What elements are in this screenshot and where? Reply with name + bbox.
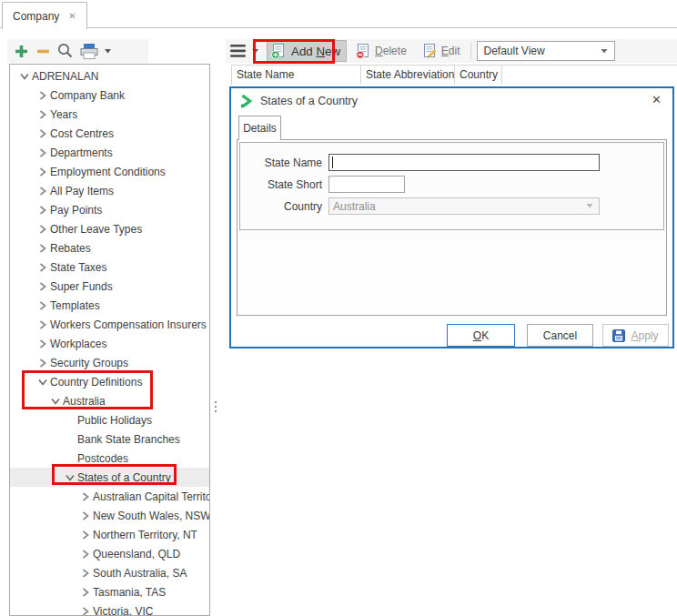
chevron-right-icon[interactable]	[35, 358, 50, 369]
view-selector-combobox[interactable]: Default View	[477, 41, 615, 61]
ok-button[interactable]: OK	[447, 324, 515, 347]
chevron-right-icon[interactable]	[35, 90, 50, 101]
tree-item[interactable]: Victoria, VIC	[10, 601, 209, 616]
tab-company[interactable]: Company ✕	[2, 2, 87, 29]
tree-item[interactable]: Security Groups	[10, 353, 209, 372]
tree-item-label: Templates	[50, 299, 100, 312]
chevron-right-icon[interactable]	[35, 128, 50, 139]
document-edit-icon	[422, 44, 438, 59]
tree-item[interactable]: ADRENALAN	[10, 66, 209, 86]
tree-item[interactable]: Company Bank	[10, 86, 209, 105]
search-icon[interactable]	[56, 42, 75, 60]
chevron-right-icon[interactable]	[35, 205, 50, 216]
tree-item[interactable]: Other Leave Types	[10, 219, 209, 238]
tree-item[interactable]: Employment Conditions	[10, 162, 209, 181]
tree-item[interactable]: Australian Capital Territory,	[10, 487, 209, 506]
tree-toolbar	[7, 39, 148, 63]
edit-button[interactable]: Edit	[419, 40, 464, 62]
tree-item[interactable]: Pay Points	[10, 200, 209, 219]
tree-item[interactable]: Public Holidays	[10, 410, 209, 429]
add-new-button[interactable]: Add New	[267, 40, 347, 62]
chevron-down-icon[interactable]	[48, 396, 63, 407]
add-icon[interactable]	[13, 43, 30, 60]
tree-item[interactable]: Workplaces	[10, 334, 209, 353]
print-dropdown-icon[interactable]	[105, 49, 111, 54]
column-header-state-abbreviation[interactable]: State Abbreviation	[361, 66, 455, 85]
tree-item[interactable]: Templates	[10, 296, 209, 315]
tree-item[interactable]: New South Wales, NSW	[10, 506, 209, 525]
chevron-right-icon[interactable]	[35, 338, 50, 349]
tree-item[interactable]: Years	[10, 105, 209, 124]
tree-item-label: Northern Territory, NT	[93, 529, 197, 541]
chevron-right-icon[interactable]	[35, 262, 50, 273]
document-tab-strip: Company ✕	[0, 0, 677, 28]
chevron-down-icon[interactable]	[17, 71, 32, 82]
tree: ADRENALANCompany BankYearsCost CentresDe…	[9, 64, 210, 616]
tree-item[interactable]: Departments	[10, 143, 209, 162]
chevron-right-icon[interactable]	[35, 243, 50, 254]
chevron-right-icon[interactable]	[78, 587, 93, 598]
country-combobox-disabled[interactable]: Australia	[328, 197, 600, 215]
cancel-button[interactable]: Cancel	[527, 324, 593, 347]
tree-item-label: Tasmania, TAS	[93, 586, 166, 599]
tree-item[interactable]: Workers Compensation Insurers	[10, 315, 209, 334]
chevron-right-icon[interactable]	[35, 109, 50, 120]
apply-button[interactable]: Apply	[602, 324, 669, 347]
menu-dropdown-icon[interactable]	[252, 49, 258, 54]
state-name-input[interactable]	[328, 154, 600, 171]
state-short-input[interactable]	[328, 176, 405, 193]
tree-item[interactable]: Tasmania, TAS	[10, 582, 209, 601]
chevron-right-icon[interactable]	[78, 549, 93, 560]
dialog-close-icon[interactable]: ✕	[652, 93, 662, 106]
print-icon[interactable]	[79, 43, 99, 60]
tree-item-label: Departments	[50, 146, 113, 159]
tree-item[interactable]: Northern Territory, NT	[10, 525, 209, 544]
tree-item[interactable]: Australia	[10, 391, 209, 410]
tab-close-icon[interactable]: ✕	[68, 11, 76, 21]
states-of-a-country-dialog: States of a Country ✕ Details State Name…	[229, 86, 674, 348]
tree-item-label: Victoria, VIC	[93, 605, 153, 616]
tree-item[interactable]: Cost Centres	[10, 124, 209, 143]
tree-item[interactable]: States of a Country	[10, 468, 209, 487]
column-header-country[interactable]: Country	[455, 66, 502, 85]
chevron-right-icon[interactable]	[35, 300, 50, 311]
chevron-right-icon[interactable]	[35, 224, 50, 235]
tree-item[interactable]: Country Definitions	[10, 372, 209, 391]
tree-item-label: Workplaces	[50, 338, 106, 350]
chevron-right-icon[interactable]	[35, 319, 50, 330]
tree-item[interactable]: All Pay Items	[10, 181, 209, 200]
hamburger-menu-icon[interactable]	[230, 45, 247, 57]
tree-item-label: Australian Capital Territory,	[93, 490, 210, 503]
tree-item[interactable]: Queensland, QLD	[10, 544, 209, 563]
tree-item[interactable]: State Taxes	[10, 258, 209, 277]
toolbar-separator	[470, 43, 471, 59]
tree-item-label: Cost Centres	[50, 127, 114, 140]
tree-item[interactable]: South Australia, SA	[10, 563, 209, 582]
chevron-right-icon[interactable]	[78, 606, 93, 616]
tree-item-label: Workers Compensation Insurers	[50, 318, 207, 331]
apply-label: Apply	[631, 329, 658, 342]
chevron-right-icon[interactable]	[78, 530, 93, 540]
chevron-right-icon[interactable]	[35, 186, 50, 197]
tree-item[interactable]: Rebates	[10, 238, 209, 258]
save-floppy-icon	[612, 329, 625, 342]
tree-item[interactable]: Super Funds	[10, 277, 209, 296]
tab-details[interactable]: Details	[238, 116, 281, 140]
chevron-right-icon[interactable]	[78, 491, 93, 502]
column-header-state-name[interactable]: State Name	[232, 66, 361, 85]
delete-button[interactable]: Delete	[352, 40, 410, 62]
chevron-right-icon[interactable]	[35, 167, 50, 177]
chevron-right-icon[interactable]	[78, 510, 93, 521]
remove-icon[interactable]	[35, 43, 52, 60]
chevron-down-icon[interactable]	[35, 377, 50, 388]
tree-item[interactable]: Postcodes	[10, 449, 209, 468]
chevron-down-icon[interactable]	[63, 472, 77, 483]
dialog-button-row: OK Cancel Apply	[231, 324, 669, 347]
tree-item-label: All Pay Items	[50, 185, 114, 197]
panel-splitter-handle[interactable]	[214, 401, 217, 412]
chevron-right-icon[interactable]	[35, 147, 50, 158]
grid-column-headers: State Name State Abbreviation Country	[231, 65, 677, 85]
chevron-right-icon[interactable]	[35, 281, 50, 292]
tree-item[interactable]: Bank State Branches	[10, 429, 209, 449]
chevron-right-icon[interactable]	[78, 568, 93, 579]
